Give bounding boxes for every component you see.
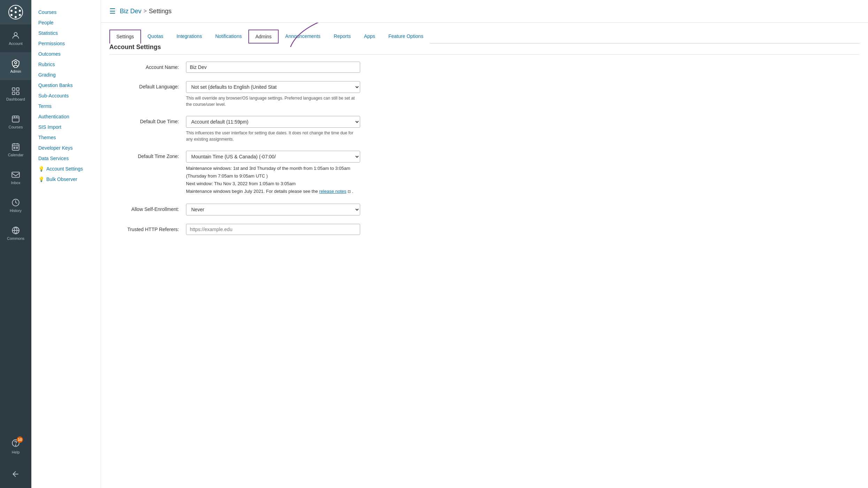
label-default-language: Default Language: bbox=[109, 81, 179, 89]
tab-quotas[interactable]: Quotas bbox=[141, 30, 170, 44]
bulb-icon: 💡 bbox=[38, 166, 44, 172]
select-wrap-default-due-time: Account default (11:59pm) This influence… bbox=[186, 116, 360, 142]
sidebar-item-themes[interactable]: Themes bbox=[31, 132, 101, 143]
breadcrumb-link[interactable]: Biz Dev bbox=[120, 8, 141, 15]
label-account-name: Account Name: bbox=[109, 62, 179, 70]
tabs-container: Settings Quotas Integrations Notificatio… bbox=[109, 30, 860, 44]
release-notes-link[interactable]: release notes bbox=[319, 189, 346, 194]
select-wrap-default-timezone: Mountain Time (US & Canada) (-07:00/ Mai… bbox=[186, 151, 360, 195]
nav-item-admin[interactable]: Admin bbox=[0, 52, 31, 80]
main-content: ☰ Biz Dev > Settings Settings Quotas Int… bbox=[101, 0, 868, 488]
input-trusted-referers[interactable] bbox=[186, 224, 360, 235]
breadcrumb-current: Settings bbox=[149, 8, 171, 15]
help-badge-wrap: 10 bbox=[11, 439, 20, 449]
icon-nav: Account Admin Dashboard Courses bbox=[0, 0, 31, 488]
nav-item-courses[interactable]: Courses bbox=[0, 108, 31, 136]
tab-apps[interactable]: Apps bbox=[357, 30, 382, 44]
sidebar-item-developer-keys[interactable]: Developer Keys bbox=[31, 143, 101, 153]
sidebar-item-data-services[interactable]: Data Services bbox=[31, 153, 101, 164]
select-default-timezone[interactable]: Mountain Time (US & Canada) (-07:00/ bbox=[186, 151, 360, 163]
nav-item-inbox[interactable]: Inbox bbox=[0, 164, 31, 191]
tab-settings[interactable]: Settings bbox=[109, 30, 141, 44]
tab-announcements[interactable]: Announcements bbox=[279, 30, 327, 44]
select-default-due-time[interactable]: Account default (11:59pm) bbox=[186, 116, 360, 128]
tab-notifications[interactable]: Notifications bbox=[209, 30, 248, 44]
form-row-default-due-time: Default Due Time: Account default (11:59… bbox=[109, 116, 860, 142]
sidebar-item-sis-import[interactable]: SIS Import bbox=[31, 122, 101, 132]
label-default-due-time: Default Due Time: bbox=[109, 116, 179, 124]
sidebar-item-permissions[interactable]: Permissions bbox=[31, 38, 101, 49]
nav-item-commons[interactable]: Commons bbox=[0, 219, 31, 247]
maintenance-info: Maintenance windows: 1st and 3rd Thursda… bbox=[186, 165, 360, 195]
form-row-default-timezone: Default Time Zone: Mountain Time (US & C… bbox=[109, 151, 860, 195]
tab-reports[interactable]: Reports bbox=[327, 30, 357, 44]
sidebar-item-authentication[interactable]: Authentication bbox=[31, 111, 101, 122]
sidebar-item-people[interactable]: People bbox=[31, 17, 101, 28]
tab-admins[interactable]: Admins bbox=[248, 30, 279, 44]
app-logo bbox=[0, 0, 31, 24]
svg-point-9 bbox=[15, 62, 17, 64]
form-row-default-language: Default Language: Not set (defaults to E… bbox=[109, 81, 860, 108]
nav-item-history[interactable]: History bbox=[0, 191, 31, 219]
sidebar-item-grading[interactable]: Grading bbox=[31, 70, 101, 80]
svg-rect-14 bbox=[12, 116, 19, 122]
svg-rect-15 bbox=[12, 144, 19, 150]
nav-item-calendar[interactable]: Calendar bbox=[0, 136, 31, 164]
sidebar-item-rubrics[interactable]: Rubrics bbox=[31, 59, 101, 70]
nav-item-collapse[interactable] bbox=[0, 460, 31, 488]
breadcrumb-sep: > bbox=[144, 8, 147, 14]
svg-rect-10 bbox=[12, 88, 15, 90]
label-trusted-referers: Trusted HTTP Referers: bbox=[109, 224, 179, 232]
sidebar-item-terms[interactable]: Terms bbox=[31, 101, 101, 111]
sidebar-item-sub-accounts[interactable]: Sub-Accounts bbox=[31, 90, 101, 101]
tab-integrations[interactable]: Integrations bbox=[170, 30, 209, 44]
svg-point-4 bbox=[15, 16, 17, 18]
form-row-account-name: Account Name: bbox=[109, 62, 860, 73]
section-title: Account Settings bbox=[109, 44, 860, 55]
nav-item-dashboard[interactable]: Dashboard bbox=[0, 80, 31, 108]
content-area: Settings Quotas Integrations Notificatio… bbox=[101, 23, 868, 488]
select-wrap-self-enrollment: Never bbox=[186, 204, 360, 215]
hamburger-button[interactable]: ☰ bbox=[109, 7, 116, 15]
maintenance-line-2: Next window: Thu Nov 3, 2022 from 1:05am… bbox=[186, 180, 360, 188]
sidebar-item-question-banks[interactable]: Question Banks bbox=[31, 80, 101, 90]
top-header: ☰ Biz Dev > Settings bbox=[101, 0, 868, 23]
maintenance-line-1: Maintenance windows: 1st and 3rd Thursda… bbox=[186, 165, 360, 180]
sidebar-item-statistics[interactable]: Statistics bbox=[31, 28, 101, 38]
select-default-language[interactable]: Not set (defaults to English (United Sta… bbox=[186, 81, 360, 93]
input-wrap-account-name bbox=[186, 62, 360, 73]
tab-feature-options[interactable]: Feature Options bbox=[382, 30, 430, 44]
select-wrap-default-language: Not set (defaults to English (United Sta… bbox=[186, 81, 360, 108]
form-row-self-enrollment: Allow Self-Enrollment: Never bbox=[109, 204, 860, 215]
help-badge: 10 bbox=[17, 436, 23, 443]
sidebar-item-bulk-observer[interactable]: 💡 Bulk Observer bbox=[31, 174, 101, 184]
maintenance-line-3: Maintenance windows begin July 2021. For… bbox=[186, 188, 360, 195]
svg-point-6 bbox=[10, 10, 13, 12]
svg-rect-13 bbox=[16, 92, 19, 95]
select-self-enrollment[interactable]: Never bbox=[186, 204, 360, 215]
nav-item-help[interactable]: 10 Help bbox=[0, 432, 31, 460]
nav-item-account[interactable]: Account bbox=[0, 24, 31, 52]
svg-point-3 bbox=[19, 14, 21, 16]
hint-default-due-time: This influences the user interface for s… bbox=[186, 130, 360, 142]
bulb-icon-2: 💡 bbox=[38, 176, 44, 182]
external-link-icon: ⊡ bbox=[348, 189, 351, 194]
input-wrap-trusted-referers bbox=[186, 224, 360, 235]
svg-rect-18 bbox=[12, 172, 20, 177]
label-default-timezone: Default Time Zone: bbox=[109, 151, 179, 159]
svg-point-7 bbox=[15, 11, 17, 13]
svg-rect-12 bbox=[12, 92, 15, 95]
input-account-name[interactable] bbox=[186, 62, 360, 73]
svg-point-2 bbox=[19, 10, 21, 12]
svg-rect-11 bbox=[16, 88, 19, 90]
breadcrumb: Biz Dev > Settings bbox=[120, 8, 171, 15]
hint-default-language: This will override any browser/OS langua… bbox=[186, 95, 360, 108]
svg-point-8 bbox=[14, 32, 17, 36]
sidebar-item-account-settings[interactable]: 💡 Account Settings bbox=[31, 164, 101, 174]
svg-point-5 bbox=[10, 14, 13, 16]
svg-rect-16 bbox=[14, 147, 15, 148]
sidebar-item-outcomes[interactable]: Outcomes bbox=[31, 49, 101, 59]
sidebar-item-courses[interactable]: Courses bbox=[31, 7, 101, 17]
icon-nav-bottom: 10 Help bbox=[0, 432, 31, 488]
form-row-trusted-referers: Trusted HTTP Referers: bbox=[109, 224, 860, 235]
